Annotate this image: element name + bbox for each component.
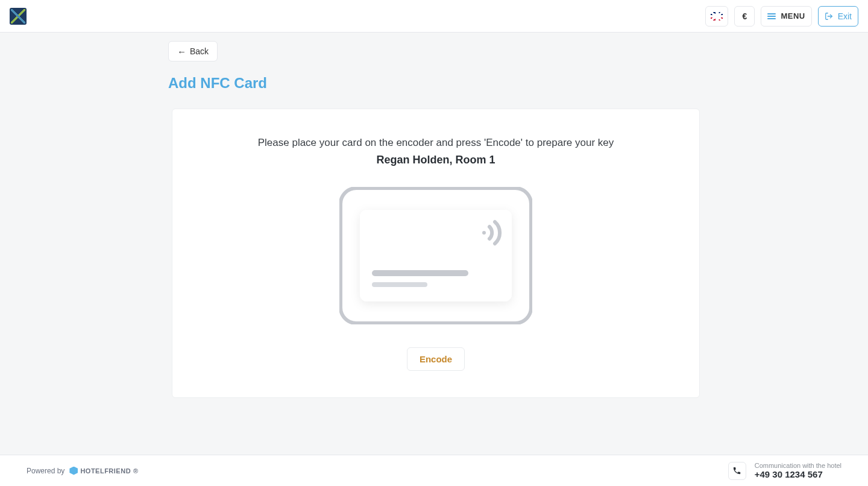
contact-text: Communication with the hotel +49 30 1234… xyxy=(755,462,841,479)
cube-icon xyxy=(69,467,78,475)
currency-symbol: € xyxy=(742,11,747,21)
hamburger-icon xyxy=(767,13,776,19)
hotelfriend-logo: HOTELFRIEND ® xyxy=(69,467,138,475)
hotel-contact: Communication with the hotel +49 30 1234… xyxy=(728,462,841,480)
language-button[interactable] xyxy=(705,6,728,27)
header-actions: € MENU Exit xyxy=(705,6,858,27)
svg-rect-4 xyxy=(360,210,512,301)
powered-by: Powered by HOTELFRIEND ® xyxy=(27,467,139,475)
uk-flag-icon xyxy=(711,12,723,21)
nfc-encoder-icon xyxy=(339,187,532,324)
svg-point-5 xyxy=(482,231,486,235)
header-bar: € MENU Exit xyxy=(0,0,868,33)
phone-button[interactable] xyxy=(728,462,746,480)
phone-icon xyxy=(732,466,741,475)
guest-room-text: Regan Holden, Room 1 xyxy=(376,154,495,166)
back-label: Back xyxy=(190,46,209,56)
menu-label: MENU xyxy=(781,11,805,21)
exit-icon xyxy=(825,12,833,21)
menu-button[interactable]: MENU xyxy=(761,6,811,27)
nfc-card-panel: Please place your card on the encoder an… xyxy=(172,109,700,398)
arrow-left-icon: ← xyxy=(177,47,186,56)
brand-name: HOTELFRIEND xyxy=(80,467,131,475)
back-button[interactable]: ← Back xyxy=(168,41,218,62)
page-title: Add NFC Card xyxy=(168,75,700,92)
currency-button[interactable]: € xyxy=(734,6,755,27)
encoder-illustration xyxy=(339,187,532,324)
contact-phone: +49 30 1234 567 xyxy=(755,469,841,479)
exit-label: Exit xyxy=(838,11,852,21)
content-container: ← Back Add NFC Card Please place your ca… xyxy=(168,41,700,398)
powered-by-label: Powered by xyxy=(27,467,64,475)
exit-button[interactable]: Exit xyxy=(818,6,858,27)
instruction-text: Please place your card on the encoder an… xyxy=(258,137,614,149)
contact-label: Communication with the hotel xyxy=(755,462,841,469)
encode-button[interactable]: Encode xyxy=(407,347,465,371)
app-logo xyxy=(10,8,27,25)
svg-rect-6 xyxy=(372,270,468,276)
svg-rect-7 xyxy=(372,282,427,287)
footer-bar: Powered by HOTELFRIEND ® Communication w… xyxy=(0,455,868,486)
main-content: ← Back Add NFC Card Please place your ca… xyxy=(0,33,868,455)
